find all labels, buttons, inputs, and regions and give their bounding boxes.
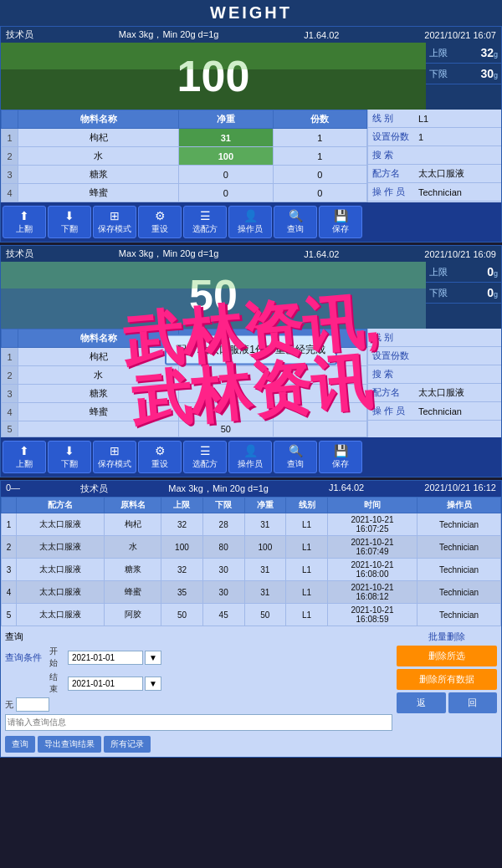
panel1-toolbar: ⬆ 上翻 ⬇ 下翻 ⊞ 保存模式 ⚙ 重设 ☰ 选配方 👤 操作员 🔍 查询 💾 [1, 202, 501, 242]
rt-r1-lower: 28 [202, 513, 244, 536]
p2-r3-weight [179, 385, 273, 403]
p2-side-row-operator: 操 作 员 Technician [368, 402, 501, 421]
panel1: 技术员 Max 3kg，Min 20g d=1g J1.64.02 2021/1… [0, 26, 502, 243]
btn-save[interactable]: 💾 保存 [319, 206, 362, 238]
side-row-search: 搜 索 [368, 146, 501, 165]
p2-r4-name: 蜂蜜 [18, 403, 179, 421]
panel2-lower-limit-row: 下限 0 g [426, 283, 501, 304]
p2-side-row-recipe: 配方名 太太口服液 [368, 384, 501, 402]
side-label-operator: 操 作 员 [372, 186, 418, 198]
p2-btn-up[interactable]: ⬆ 上翻 [3, 441, 46, 473]
p2-btn-select-recipe[interactable]: ☰ 选配方 [183, 441, 227, 473]
batch-label: 批量删除 [397, 631, 497, 643]
rt-r4-upper: 35 [161, 581, 203, 604]
p2-r1-num: 1 [2, 348, 18, 366]
p2-btn-reset-label: 重设 [151, 458, 168, 470]
btn-operator[interactable]: 👤 操作员 [228, 206, 272, 238]
table-row: 4 太太口服液 蜂蜜 35 30 31 L1 2021-10-2116:08:1… [2, 581, 501, 604]
end-dropdown-icon[interactable]: ▼ [145, 677, 161, 691]
btn-down[interactable]: ⬇ 下翻 [48, 206, 91, 238]
query-no-row: 无 [5, 697, 392, 712]
p2-btn-operator[interactable]: 👤 操作员 [228, 441, 272, 473]
panel1-th-name: 物料名称 [18, 110, 179, 129]
btn-reset[interactable]: ⚙ 重设 [138, 206, 182, 238]
p2-r4-weight [179, 403, 273, 421]
rt-r5-material: 阿胶 [104, 604, 161, 626]
p2-up-icon: ⬆ [19, 444, 29, 457]
query-section: 查询 查询条件 开 始 ▼ 结 束 ▼ 无 [1, 626, 501, 757]
table-row: 5 50 [2, 421, 367, 437]
reset-icon: ⚙ [155, 209, 166, 222]
results-table: 配方名 原料名 上限 下限 净重 线别 时间 操作员 1 太太口服液 枸杞 32… [1, 497, 501, 626]
p2-btn-query[interactable]: 🔍 查询 [274, 441, 317, 473]
p2-btn-reset[interactable]: ⚙ 重设 [138, 441, 182, 473]
btn-up[interactable]: ⬆ 上翻 [3, 206, 46, 238]
export-results-btn[interactable]: 导出查询结果 [38, 736, 101, 753]
rt-r3-weight: 31 [244, 559, 286, 581]
panel3-header: 0— 技术员 Max 3kg，Min 20g d=1g J1.64.02 202… [1, 481, 501, 497]
rt-r3-lower: 30 [202, 559, 244, 581]
rt-r1-line: L1 [286, 513, 328, 536]
panel1-upper-unit: g [494, 50, 498, 59]
query-info-textarea[interactable] [5, 714, 392, 731]
start-dropdown-icon[interactable]: ▼ [145, 651, 161, 665]
panel1-scale-display: 100 [1, 43, 426, 110]
query-no-input[interactable] [16, 697, 49, 712]
btn-query-label: 查询 [287, 223, 304, 235]
panel2-datetime: 2021/10/21 16:09 [424, 249, 496, 259]
query-right-panel: 批量删除 删除所选 删除所有数据 返 回 [397, 631, 497, 713]
query-start-group: 开 始 ▼ [49, 646, 161, 669]
panel1-lower-label: 下限 [429, 68, 454, 80]
table-row: 3 太太口服液 糖浆 32 30 31 L1 2021-10-2116:08:0… [2, 559, 501, 581]
rt-th-material: 原料名 [104, 498, 161, 513]
rt-r3-operator: Technician [417, 559, 501, 581]
query-execute-btn[interactable]: 查询 [5, 736, 35, 753]
rt-r5-time: 2021-10-2116:08:59 [327, 604, 417, 626]
side-row-recipe: 配方名 太太口服液 [368, 165, 501, 183]
panel1-role: 技术员 [6, 28, 33, 41]
all-records-btn[interactable]: 所有记录 [104, 736, 151, 753]
row1-weight: 31 [179, 129, 273, 147]
row2-name: 水 [18, 147, 179, 166]
panel1-upper-limit-row: 上限 32 g [426, 43, 501, 64]
p2-btn-down[interactable]: ⬇ 下翻 [48, 441, 91, 473]
recipe-icon: ☰ [200, 209, 211, 222]
row4-num: 4 [2, 184, 18, 202]
table-row: 4 蜂蜜 [2, 403, 367, 421]
btn-query[interactable]: 🔍 查询 [274, 206, 317, 238]
btn-save-mode[interactable]: ⊞ 保存模式 [93, 206, 136, 238]
side-row-operator: 操 作 员 Technician [368, 183, 501, 202]
query-icon: 🔍 [289, 209, 303, 222]
batch-delete-all-btn[interactable]: 删除所有数据 [397, 669, 497, 690]
panel1-upper-label: 上限 [429, 47, 454, 59]
batch-next-btn[interactable]: 回 [448, 692, 498, 713]
panel2-scale-value: 50 [189, 270, 238, 320]
p2-btn-save[interactable]: 💾 保存 [319, 441, 362, 473]
table-row: 4 蜂蜜 0 0 [2, 184, 367, 202]
p2-btn-savemode-label: 保存模式 [98, 458, 131, 470]
btn-select-recipe[interactable]: ☰ 选配方 [183, 206, 227, 238]
p2-r3-parts [273, 385, 366, 403]
end-date-input[interactable] [68, 677, 143, 691]
row2-weight: 100 [179, 147, 273, 166]
rt-r5-operator: Technician [417, 604, 501, 626]
savemode-icon: ⊞ [110, 209, 120, 222]
rt-r2-recipe: 太太口服液 [17, 536, 105, 559]
rt-r2-num: 2 [2, 536, 17, 559]
start-label: 开 始 [49, 646, 66, 669]
row4-name: 蜂蜜 [18, 184, 179, 202]
start-date-input[interactable] [68, 651, 143, 665]
panel1-table-section: 物料名称 净重 份数 1 枸杞 31 1 2 水 100 1 [1, 110, 501, 202]
rt-r1-operator: Technician [417, 513, 501, 536]
query-btn-row: 查询 导出查询结果 所有记录 [5, 736, 392, 753]
side-label-line: 线 别 [372, 112, 418, 125]
rt-r5-lower: 45 [202, 604, 244, 626]
table-row: 5 太太口服液 阿胶 50 45 50 L1 2021-10-2116:08:5… [2, 604, 501, 626]
batch-prev-btn[interactable]: 返 [397, 692, 446, 713]
p2-btn-save-mode[interactable]: ⊞ 保存模式 [93, 441, 136, 473]
row2-num: 2 [2, 147, 18, 166]
row3-name: 糖浆 [18, 166, 179, 184]
batch-delete-selected-btn[interactable]: 删除所选 [397, 646, 497, 666]
query-no-label: 无 [5, 699, 13, 711]
rt-r4-lower: 30 [202, 581, 244, 604]
